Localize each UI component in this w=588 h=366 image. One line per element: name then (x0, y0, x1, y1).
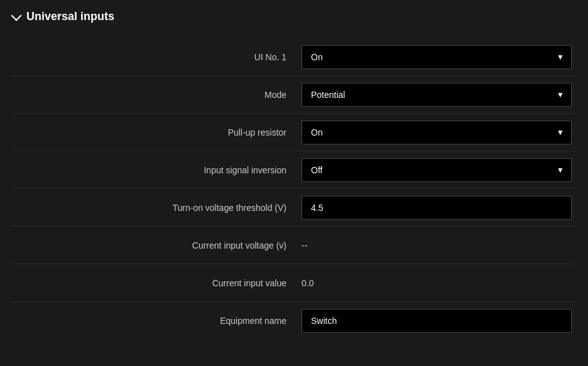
label-current-input-voltage: Current input voltage (v) (13, 240, 302, 250)
form-rows: UI No. 1OnOff▼ModePotentialCurrentResist… (13, 38, 575, 340)
form-row-pull-up-resistor: Pull-up resistorOnOff▼ (13, 114, 575, 151)
form-row-ui-no-1: UI No. 1OnOff▼ (13, 38, 575, 76)
control-ui-no-1: OnOff▼ (302, 45, 575, 69)
input-equipment-name[interactable] (302, 309, 572, 333)
form-row-turn-on-voltage-threshold: Turn-on voltage threshold (V) (13, 189, 575, 227)
label-pull-up-resistor: Pull-up resistor (13, 127, 302, 137)
select-ui-no-1[interactable]: OnOff (302, 45, 572, 69)
label-turn-on-voltage-threshold: Turn-on voltage threshold (V) (13, 203, 302, 213)
static-value-current-input-value: 0.0 (302, 272, 313, 294)
select-wrapper-input-signal-inversion: OffOn▼ (302, 158, 572, 182)
form-row-input-signal-inversion: Input signal inversionOffOn▼ (13, 151, 575, 189)
main-container: Universal inputs UI No. 1OnOff▼ModePoten… (0, 0, 588, 350)
control-pull-up-resistor: OnOff▼ (302, 121, 575, 144)
form-row-mode: ModePotentialCurrentResistanceDigital▼ (13, 76, 575, 114)
control-current-input-value: 0.0 (302, 278, 575, 288)
form-row-current-input-value: Current input value0.0 (13, 264, 575, 302)
label-mode: Mode (13, 90, 302, 100)
collapse-icon[interactable] (11, 11, 22, 21)
select-mode[interactable]: PotentialCurrentResistanceDigital (302, 83, 572, 107)
select-pull-up-resistor[interactable]: OnOff (302, 121, 572, 144)
control-current-input-voltage: -- (302, 240, 575, 250)
select-wrapper-ui-no-1: OnOff▼ (302, 45, 572, 69)
form-row-equipment-name: Equipment name (13, 302, 575, 340)
select-input-signal-inversion[interactable]: OffOn (302, 158, 572, 182)
control-mode: PotentialCurrentResistanceDigital▼ (302, 83, 575, 107)
section-header: Universal inputs (13, 10, 575, 23)
label-equipment-name: Equipment name (13, 316, 302, 326)
control-equipment-name (302, 309, 575, 333)
label-ui-no-1: UI No. 1 (13, 52, 302, 62)
static-value-current-input-voltage: -- (302, 234, 307, 257)
label-input-signal-inversion: Input signal inversion (13, 165, 302, 175)
form-row-current-input-voltage: Current input voltage (v)-- (13, 227, 575, 264)
control-turn-on-voltage-threshold (302, 196, 575, 220)
select-wrapper-pull-up-resistor: OnOff▼ (302, 121, 572, 144)
select-wrapper-mode: PotentialCurrentResistanceDigital▼ (302, 83, 572, 107)
section-title: Universal inputs (26, 10, 114, 23)
control-input-signal-inversion: OffOn▼ (302, 158, 575, 182)
input-turn-on-voltage-threshold[interactable] (302, 196, 572, 220)
label-current-input-value: Current input value (13, 278, 302, 288)
